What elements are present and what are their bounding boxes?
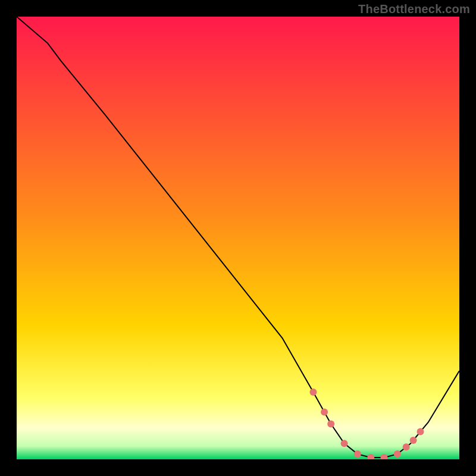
marker-dot bbox=[321, 408, 328, 415]
marker-dot bbox=[394, 450, 401, 458]
watermark-text: TheBottleneck.com bbox=[358, 2, 470, 16]
curve-layer bbox=[17, 17, 459, 459]
bottleneck-curve bbox=[17, 17, 459, 458]
marker-dot bbox=[410, 437, 417, 444]
minimum-markers bbox=[310, 389, 424, 459]
marker-dot bbox=[327, 421, 334, 428]
marker-dot bbox=[367, 454, 374, 459]
chart-frame: TheBottleneck.com bbox=[0, 0, 476, 476]
marker-dot bbox=[403, 443, 410, 450]
plot-area bbox=[17, 17, 459, 459]
marker-dot bbox=[417, 428, 424, 436]
marker-dot bbox=[354, 450, 361, 458]
marker-dot bbox=[341, 440, 348, 447]
marker-dot bbox=[381, 454, 388, 459]
marker-dot bbox=[310, 389, 317, 396]
